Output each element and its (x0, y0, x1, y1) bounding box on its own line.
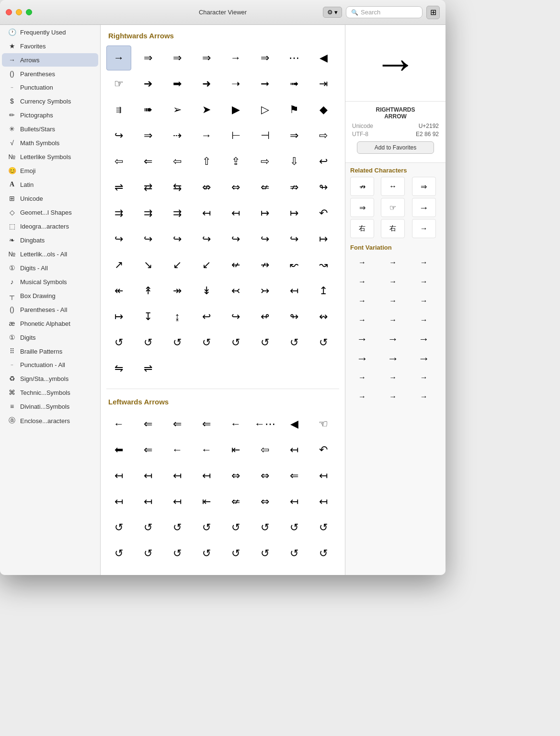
char-cell[interactable]: ←⋯ (252, 412, 277, 437)
char-cell[interactable]: ⇔ (252, 489, 277, 514)
fv-cell[interactable]: → (412, 254, 436, 271)
close-button[interactable] (6, 9, 12, 15)
char-cell[interactable]: ↤ (194, 201, 219, 226)
sidebar-item-letterlike[interactable]: № Letterlike Symbols (2, 150, 98, 163)
char-cell[interactable]: ⇋ (106, 356, 131, 381)
char-cell[interactable]: ↺ (252, 567, 277, 575)
char-cell[interactable]: ⋯ (282, 46, 307, 70)
char-cell[interactable]: ↶ (311, 437, 336, 462)
sidebar-item-dingbats[interactable]: ❧ Dingbats (2, 233, 98, 247)
related-cell[interactable]: ⇒ (412, 177, 436, 196)
char-cell[interactable]: ↪ (252, 227, 277, 252)
fv-cell[interactable]: → (381, 350, 405, 367)
char-cell[interactable]: ↗ (106, 253, 131, 277)
char-cell[interactable]: ↚ (223, 253, 248, 277)
char-cell[interactable]: ↟ (136, 278, 160, 303)
char-cell[interactable]: ⇥ (311, 71, 336, 96)
sidebar-item-math[interactable]: √ Math Symbols (2, 136, 98, 150)
char-cell[interactable]: ⊢ (223, 123, 248, 148)
related-cell[interactable]: 右 (381, 219, 405, 238)
char-cell[interactable]: ↜ (282, 253, 307, 277)
char-cell[interactable]: → (194, 123, 219, 148)
char-cell[interactable]: ⇪ (223, 149, 248, 174)
char-cell[interactable]: ↺ (282, 515, 307, 540)
char-cell[interactable]: ↺ (311, 515, 336, 540)
fv-cell[interactable]: → (412, 273, 436, 290)
char-cell[interactable]: ↤ (311, 489, 336, 514)
sidebar-item-pictographs[interactable]: ✏ Pictographs (2, 108, 98, 122)
sidebar-item-parentheses-all[interactable]: () Parentheses - All (2, 303, 98, 316)
char-cell[interactable]: ⇏ (282, 175, 307, 200)
char-cell[interactable]: ⇧ (194, 149, 219, 174)
sidebar-item-sign[interactable]: ♻ Sign/Sta...ymbols (2, 372, 98, 385)
sidebar-item-braille[interactable]: ⠿ Braille Patterns (2, 345, 98, 358)
sidebar-item-emoji[interactable]: 😊 Emoji (2, 164, 98, 177)
char-cell[interactable]: ⚑ (282, 97, 307, 122)
char-cell[interactable]: ↡ (194, 278, 219, 303)
related-cell[interactable]: 右 (350, 219, 374, 238)
fv-cell[interactable]: → (350, 331, 374, 348)
sidebar-item-arrows[interactable]: → Arrows (2, 53, 98, 67)
char-cell[interactable]: ↩ (311, 149, 336, 174)
grid-view-button[interactable]: ⊞ (426, 6, 440, 19)
char-cell[interactable]: ⇒ (194, 46, 219, 70)
fv-cell[interactable]: → (381, 311, 405, 329)
char-cell[interactable]: ↺ (106, 515, 131, 540)
fv-cell[interactable]: → (350, 369, 374, 386)
maximize-button[interactable] (26, 9, 32, 15)
char-cell[interactable]: ↺ (194, 515, 219, 540)
char-cell[interactable]: ⇒ (282, 123, 307, 148)
char-cell[interactable]: ⇒ (136, 123, 160, 148)
char-cell[interactable]: ↤ (282, 489, 307, 514)
sidebar-item-punctuation[interactable]: ·· Punctuation (2, 81, 98, 94)
char-cell[interactable]: ↤ (165, 489, 190, 514)
char-cell[interactable]: ⇢ (165, 123, 190, 148)
char-cell[interactable]: ↺ (194, 330, 219, 355)
char-cell[interactable]: ↞ (106, 278, 131, 303)
char-cell[interactable]: ↪ (165, 227, 190, 252)
char-cell[interactable]: ⇍ (252, 175, 277, 200)
char-cell[interactable]: ⇩ (282, 149, 307, 174)
minimize-button[interactable] (16, 9, 22, 15)
char-cell[interactable]: ↨ (165, 304, 190, 329)
char-cell[interactable]: ⇐ (136, 149, 160, 174)
sidebar-item-technic[interactable]: ⌘ Technic...Symbols (2, 386, 98, 399)
char-cell[interactable]: ↺ (223, 567, 248, 575)
fv-cell[interactable]: → (381, 292, 405, 310)
sidebar-item-bullets[interactable]: ✳ Bullets/Stars (2, 122, 98, 136)
char-cell[interactable]: ↤ (311, 463, 336, 488)
sidebar-item-phonetic[interactable]: æ Phonetic Alphabet (2, 317, 98, 330)
search-box[interactable]: 🔍 Search (346, 6, 423, 18)
add-favorites-button[interactable]: Add to Favorites (357, 141, 434, 154)
related-cell[interactable]: ↛ (350, 177, 374, 196)
char-cell[interactable]: ⇶ (106, 97, 131, 122)
char-cell[interactable]: ↪ (282, 227, 307, 252)
char-cell[interactable]: ⇨ (252, 149, 277, 174)
char-cell[interactable]: ↪ (136, 227, 160, 252)
char-cell[interactable]: ⇆ (165, 175, 190, 200)
fv-cell[interactable]: → (381, 369, 405, 386)
char-cell[interactable]: ⇐ (136, 412, 160, 437)
char-cell[interactable]: ↺ (282, 541, 307, 566)
fv-cell[interactable]: → (350, 254, 374, 271)
related-cell[interactable]: ↔ (381, 177, 405, 196)
fv-cell[interactable]: → (381, 273, 405, 290)
char-cell[interactable]: ↤ (282, 437, 307, 462)
sidebar-item-enclose[interactable]: ⓐ Enclose...aracters (2, 414, 98, 428)
char-cell[interactable]: ↺ (194, 567, 219, 575)
char-cell[interactable]: ⇦ (106, 149, 131, 174)
char-cell[interactable]: ← (106, 412, 131, 437)
char-cell[interactable]: ↙ (194, 253, 219, 277)
char-cell[interactable]: ◀ (282, 412, 307, 437)
char-cell[interactable]: ↶ (311, 201, 336, 226)
char-cell[interactable]: ⇉ (106, 201, 131, 226)
char-cell[interactable]: ↺ (106, 541, 131, 566)
sidebar-item-letterlike-all[interactable]: № Letterlik...ols - All (2, 247, 98, 261)
char-cell[interactable]: ⇎ (194, 175, 219, 200)
char-cell[interactable]: ↺ (252, 515, 277, 540)
char-cell[interactable]: ⇐ (165, 412, 190, 437)
char-cell[interactable]: ↤ (106, 463, 131, 488)
char-cell[interactable]: ↺ (165, 330, 190, 355)
char-cell[interactable]: ↺ (165, 567, 190, 575)
char-cell[interactable]: ⇐ (282, 463, 307, 488)
